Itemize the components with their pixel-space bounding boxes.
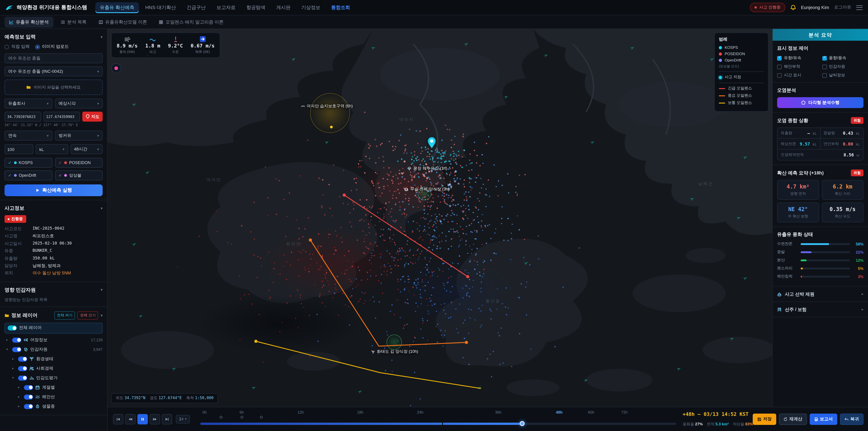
collapsed-section-0[interactable]: 사고 선박 제원▸ — [773, 286, 868, 302]
fast-forward-button[interactable] — [150, 414, 160, 424]
timeline-label-12h[interactable]: 12h — [298, 410, 304, 414]
expand-caret-icon[interactable]: ▸ — [18, 405, 22, 408]
tab-1[interactable]: 분석 목록 — [56, 17, 91, 27]
amount-input[interactable] — [4, 144, 33, 154]
collapse-chevron-icon[interactable]: ▾ — [101, 287, 103, 292]
timeline-event-marker-1[interactable] — [240, 415, 243, 418]
timeline-label-60h[interactable]: 60h — [588, 410, 594, 414]
timeline-event-marker-2[interactable] — [260, 415, 263, 418]
spill-company-select[interactable]: 유출회사▾ — [4, 98, 52, 109]
report-button[interactable]: 보고서 — [809, 413, 837, 425]
model-toggle-kosps[interactable]: ✓KOSPS — [4, 158, 52, 168]
unit-select[interactable]: kL▾ — [36, 144, 68, 154]
expected-time-select[interactable]: 예상시각▾ — [55, 98, 103, 109]
scenario-select[interactable]: 여수 유조선 충돌 (INC-0042)▾ — [4, 66, 103, 76]
display-option-0[interactable]: 유향/유속 — [777, 55, 818, 61]
duration-select[interactable]: 48시간▾ — [70, 144, 103, 154]
model-toggle-poseidon[interactable]: ✓POSEIDON — [55, 158, 103, 168]
expand-caret-icon[interactable]: ▸ — [12, 357, 16, 361]
tab-0[interactable]: 유출유 확산분석 — [4, 17, 53, 27]
collapsed-section-1[interactable]: 선주 / 보험▸ — [773, 302, 868, 317]
layer-row-0[interactable]: 전체 레이어 — [4, 322, 103, 333]
timeline-event-marker-0[interactable] — [220, 415, 223, 418]
layer-row-8[interactable]: ▸생물종 — [4, 402, 103, 411]
timeline-label-18h[interactable]: 18h — [357, 410, 363, 414]
layer-row-7[interactable]: ▸해안선 — [4, 392, 103, 402]
run-prediction-button[interactable]: 확산예측 실행 — [4, 184, 103, 196]
display-option-2[interactable]: 해안부착 — [777, 64, 818, 70]
timeline-label-6h[interactable]: 6h — [240, 410, 244, 414]
draw-tool-button[interactable] — [111, 63, 121, 73]
expand-caret-icon[interactable]: ▸ — [18, 395, 22, 399]
timeline-label-0h[interactable]: 0h — [202, 410, 207, 414]
display-option-3[interactable]: 민감자원 — [822, 64, 864, 70]
layer-toggle[interactable] — [24, 404, 33, 409]
image-upload-dropzone[interactable]: 이미지 파일을 선택하세요 — [4, 80, 103, 95]
layer-toggle[interactable] — [24, 394, 33, 399]
nav-item-1[interactable]: HNS·대기확산 — [141, 2, 180, 13]
release-type-select[interactable]: 연속▾ — [4, 131, 52, 141]
save-button[interactable]: 저장 — [753, 413, 776, 425]
map-canvas[interactable]: 여수시여자만화양면돌산읍남해군 여자만 습지보호구역 (6h)웅천 해수욕장 (… — [107, 29, 772, 407]
collapse-chevron-icon[interactable]: ▾ — [101, 35, 103, 39]
tab-3[interactable]: 오일펜스 배치 알고리즘 이론 — [154, 17, 228, 27]
timeline-label-36h[interactable]: 36h — [495, 410, 501, 414]
all-layers-on-button[interactable]: 전체 켜기 — [54, 311, 75, 319]
collapse-chevron-icon[interactable]: ▾ — [101, 313, 103, 317]
timeline-label-24h[interactable]: 24h — [417, 410, 423, 414]
collapse-chevron-icon[interactable]: ▾ — [101, 206, 103, 210]
skip-start-button[interactable] — [113, 414, 123, 424]
polygon-analysis-button[interactable]: 다각형 분석수행 — [777, 97, 864, 108]
nav-item-7[interactable]: 통합조회 — [327, 2, 355, 13]
nav-item-4[interactable]: 항공탐색 — [242, 2, 270, 13]
return-button[interactable]: 복귀 — [840, 413, 864, 425]
display-option-4[interactable]: 시간 표시 — [777, 72, 818, 78]
input-mode-radio-0[interactable]: 직접 입력 — [4, 44, 30, 50]
nav-item-5[interactable]: 게시판 — [272, 2, 295, 13]
bell-icon[interactable] — [790, 4, 796, 10]
all-layers-off-button[interactable]: 전체 끄기 — [77, 311, 98, 319]
timeline-label-48h[interactable]: 48h — [556, 410, 562, 414]
model-toggle-앙상블[interactable]: ✓앙상블 — [55, 171, 103, 180]
nav-item-2[interactable]: 긴급구난 — [182, 2, 210, 13]
pause-button[interactable] — [137, 414, 148, 424]
incident-location-pin[interactable] — [428, 137, 436, 150]
nav-item-0[interactable]: 유출유 확산예측 — [95, 2, 139, 13]
oil-type-select[interactable]: 벙커유▾ — [55, 131, 103, 141]
layer-row-2[interactable]: ▾민감자원3,947 — [4, 345, 103, 354]
layer-toggle[interactable] — [8, 326, 17, 331]
layer-row-4[interactable]: ▸사회경제 — [4, 364, 103, 373]
nav-item-6[interactable]: 기상정보 — [297, 2, 325, 13]
skip-end-button[interactable] — [162, 414, 172, 424]
map-pick-button[interactable]: 지도 — [82, 112, 103, 122]
layer-toggle[interactable] — [18, 357, 27, 361]
layer-toggle[interactable] — [18, 375, 27, 380]
layer-row-1[interactable]: ▸어장정보17,129 — [4, 335, 103, 345]
layer-row-6[interactable]: ▸계절별 — [4, 382, 103, 392]
display-option-5[interactable]: 날씨정보 — [822, 72, 864, 78]
display-option-1[interactable]: 풍향/풍속 — [822, 55, 864, 61]
timeline-track[interactable] — [200, 423, 676, 425]
speed-select[interactable]: 1×▾ — [176, 415, 190, 423]
model-toggle-opendrift[interactable]: ✓OpenDrift — [4, 171, 52, 180]
layer-toggle[interactable] — [12, 337, 21, 342]
input-mode-radio-1[interactable]: 이미지 업로드 — [35, 44, 69, 50]
rewind-button[interactable] — [125, 414, 135, 424]
expand-caret-icon[interactable]: ▸ — [18, 386, 22, 389]
tab-2[interactable]: 유출유확산모델 이론 — [94, 17, 152, 27]
timeline-label-72h[interactable]: 72h — [621, 410, 627, 414]
longitude-input[interactable] — [43, 112, 80, 122]
expand-caret-icon[interactable]: ▸ — [6, 338, 10, 342]
scenario-name-input[interactable] — [4, 53, 103, 63]
layer-toggle[interactable] — [18, 366, 27, 371]
menu-icon[interactable] — [856, 5, 863, 10]
timeline-thumb[interactable] — [520, 421, 525, 426]
expand-caret-icon[interactable]: ▸ — [12, 367, 16, 370]
layer-row-3[interactable]: ▸환경생태 — [4, 354, 103, 364]
logout-link[interactable]: 로그아웃 — [834, 4, 851, 10]
layer-toggle[interactable] — [12, 347, 21, 352]
layer-toggle[interactable] — [24, 385, 33, 390]
recalculate-button[interactable]: 재계산 — [779, 413, 807, 425]
expand-caret-icon[interactable]: ▾ — [6, 348, 10, 351]
expand-caret-icon[interactable]: ▾ — [12, 376, 16, 380]
